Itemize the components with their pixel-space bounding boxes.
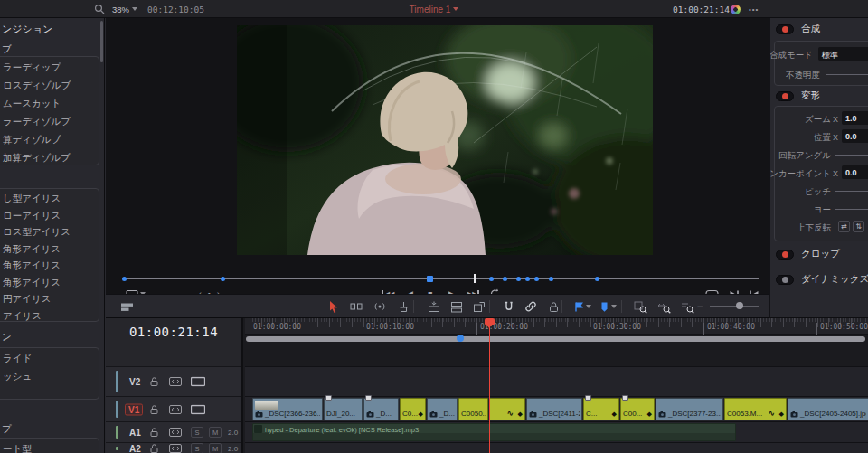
playhead[interactable] [489,318,490,453]
auto-select-icon[interactable] [169,404,182,414]
viewer-marker[interactable] [516,277,521,281]
transition-item[interactable]: 角形アイリス [0,241,99,258]
timeline-content[interactable]: 01:00:00:0001:00:10:0001:00:20:0001:00:3… [245,318,868,453]
viewer-marker[interactable] [549,277,553,281]
insert-clip-icon[interactable] [424,296,444,317]
transition-item[interactable]: ラーディゾルブ [0,112,99,130]
timeline-marker[interactable] [457,335,464,342]
dynamic-zoom-toggle[interactable] [776,275,794,285]
transition-item[interactable]: 角形アイリス [0,257,99,274]
link-clips-icon[interactable] [521,296,541,317]
transition-item[interactable]: ライド [0,349,99,367]
viewer-marker[interactable] [122,277,127,281]
track-lane-a1[interactable]: hyped - Departure (feat. evOk) [NCS Rele… [245,421,868,442]
solo-button[interactable]: S [191,427,203,438]
value-field[interactable]: 0.0 [842,165,868,179]
timeline-ruler[interactable]: 01:00:00:0001:00:10:0001:00:20:0001:00:3… [245,318,868,335]
track-enable-icon[interactable] [191,404,205,414]
track-lane-v1[interactable]: _DSC[2366-236...DJI_20..._D...C0...◆_D..… [245,396,868,421]
trim-edit-mode-icon[interactable] [346,296,366,317]
timeline-clip[interactable]: C0...◆ [400,398,426,420]
transition-item[interactable]: ッシュ [0,367,99,385]
zoom-detail-icon[interactable] [654,296,674,317]
viewer-marker[interactable] [525,277,530,281]
track-header-a2[interactable]: A2SM2.0 [106,442,241,453]
timeline-clip[interactable]: C00...◆ [620,398,655,420]
transition-item[interactable]: 角形アイリス [0,274,99,291]
chevron-down-icon[interactable] [611,305,617,308]
timeline-clip[interactable]: C...◆ [583,398,619,420]
timeline-clip[interactable]: _DSC[2411-24... [526,398,582,420]
viewer-range-marker[interactable] [427,276,433,282]
auto-select-icon[interactable] [169,428,182,438]
playhead-flag[interactable] [485,318,495,325]
viewer-marker[interactable] [489,277,494,281]
transition-item[interactable]: 算ディゾルブ [0,130,99,148]
razor-tool-icon[interactable] [393,296,413,317]
transform-toggle[interactable] [776,91,794,101]
track-header-v2[interactable]: V2 [106,366,241,396]
auto-select-icon[interactable] [169,377,182,387]
transition-item[interactable]: ロスディゾルブ [0,76,99,94]
mute-button[interactable]: M [209,427,222,438]
timeline-clip[interactable]: ∿◆ [489,398,525,420]
timeline-clip[interactable]: _D... [363,398,399,420]
transition-item[interactable]: し型アイリス [0,190,99,207]
lock-icon[interactable] [149,427,159,438]
transition-item[interactable]: ムースカット [0,94,99,112]
timeline-scrollbar[interactable] [246,336,865,342]
lock-icon[interactable] [149,404,159,415]
track-lane-v2[interactable] [245,366,868,396]
position-lock-icon[interactable] [543,296,563,317]
mute-button[interactable]: M [209,443,222,453]
track-lane-a2[interactable] [245,442,868,453]
transition-item[interactable]: 加算ディゾルブ [0,148,99,165]
color-wheel-icon[interactable] [731,0,741,18]
crop-toggle[interactable] [776,250,794,260]
track-name-v2[interactable]: V2 [129,377,140,387]
zoom-out-button[interactable]: − [690,296,710,317]
transition-item[interactable]: ラーディップ [0,58,99,76]
zoom-full-extent-icon[interactable] [630,296,650,317]
timeline-zoom-slider[interactable] [710,306,759,307]
dynamic-trim-icon[interactable] [370,296,390,317]
track-header-a1[interactable]: A1SM2.0 [106,421,241,442]
auto-select-icon[interactable] [169,444,182,453]
opacity-slider[interactable] [826,74,868,75]
timeline-clip[interactable]: _DSC[2377-23... [656,398,723,420]
solo-button[interactable]: S [191,443,203,453]
timeline-clip[interactable]: DJI_20... [324,398,363,420]
track-enable-icon[interactable] [191,377,205,387]
timeline-clip[interactable]: _D... [427,398,458,420]
lock-icon[interactable] [149,376,159,387]
timeline-clip[interactable]: _DSC[2366-236... [252,398,323,420]
viewer-marker[interactable] [221,277,225,281]
track-name-a1[interactable]: A1 [129,428,141,438]
overwrite-clip-icon[interactable] [447,296,467,317]
slider-track[interactable] [835,191,868,192]
value-field[interactable]: 0.0 [842,129,868,143]
flip-vertical-button[interactable]: ⇅ [853,221,864,232]
options-menu-icon[interactable]: ••• [749,0,759,18]
viewer-scrubber[interactable] [106,273,769,284]
transition-item[interactable]: 円アイリス [0,290,99,307]
viewer-marker[interactable] [503,277,507,281]
chevron-down-icon[interactable] [586,305,591,308]
track-name-v1[interactable]: V1 [125,403,143,415]
viewer-marker[interactable] [595,277,599,281]
audio-clip[interactable]: hyped - Departure (feat. evOk) [NCS Rele… [252,423,736,441]
track-header-v1[interactable]: V1 [106,396,241,421]
transition-item[interactable]: ロス型アイリス [0,223,99,241]
timeline-clip[interactable]: C0050... [458,398,488,420]
timeline-clip[interactable]: C0053.M...∿◆ [724,398,787,420]
timeline-view-options-icon[interactable] [117,296,137,317]
selection-tool-icon[interactable] [323,296,343,317]
slider-track[interactable] [835,209,868,210]
viewer-marker[interactable] [534,277,539,281]
transition-item[interactable]: アイリス [0,307,99,323]
track-name-a2[interactable]: A2 [129,444,141,453]
slider-track[interactable] [835,155,868,156]
value-field[interactable]: 1.0 [842,111,868,125]
lock-icon[interactable] [149,443,159,453]
transition-item[interactable]: ローアイリス [0,207,99,224]
